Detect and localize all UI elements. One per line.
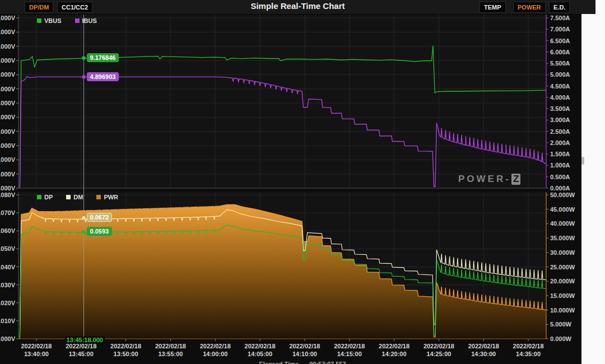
y-axis-tick-label: 7.000A (550, 26, 570, 32)
header-bar: Simple Real-Time Chart DP/DM CC1/CC2 TEM… (0, 0, 595, 15)
elapsed-time-footer: Elapsed Time 00:57:07.557 (254, 361, 350, 364)
elapsed-label: Elapsed Time (259, 361, 299, 364)
powerz-watermark: POWER-Z (458, 174, 520, 185)
y-axis-tick-label: 4.000V (0, 128, 16, 135)
legend-bottom-panel: DPDMPWR (37, 194, 118, 200)
y-axis-tick-label: 1.500A (550, 151, 570, 157)
tab-temp[interactable]: TEMP (480, 2, 506, 13)
y-axis-tick-label: 0.070V (0, 209, 16, 216)
legend-item-dp[interactable]: DP (37, 194, 53, 200)
y-axis-tick-label: 0.000W (550, 335, 572, 342)
cursor-point (82, 56, 85, 59)
legend-item-vbus[interactable]: VBUS (37, 17, 62, 24)
cursor-value-label: 9.176846 (87, 53, 119, 62)
y-axis-tick-label: 0.050V (0, 245, 16, 252)
x-axis-date-label: 2022/02/18 (245, 343, 276, 349)
elapsed-value: 00:57:07.557 (309, 361, 346, 364)
y-axis-tick-label: 9.000V (0, 57, 16, 64)
x-axis-time-label: 14:15:00 (337, 351, 362, 357)
y-axis-tick-label: 2.000A (550, 139, 570, 146)
y-axis-tick-label: 50.000W (550, 192, 575, 198)
y-axis-tick-label: 0.020V (0, 300, 16, 306)
panel-0: 12.000V11.000V10.000V9.000V8.000V7.000V6… (0, 15, 570, 192)
y-axis-tick-label: 5.500A (550, 60, 570, 67)
cursor-time-label: 13:45:18.000 (65, 337, 105, 343)
y-axis-tick-label: 45.000W (550, 206, 575, 213)
legend-label: DP (44, 194, 53, 200)
panel-1: 0.080V0.070V0.060V0.050V0.040V0.030V0.02… (0, 192, 575, 342)
cursor-point (82, 230, 85, 234)
y-axis-tick-label: 0.000V (0, 185, 16, 192)
y-axis-tick-label: 8.000V (0, 71, 16, 78)
y-axis-tick-label: 3.000A (550, 116, 570, 123)
legend-swatch-icon (66, 195, 71, 199)
y-axis-tick-label: 5.000W (550, 321, 572, 328)
y-axis-tick-label: 20.000W (550, 278, 575, 284)
watermark-text: POWER- (458, 174, 511, 184)
cursor-point (82, 216, 85, 220)
legend-label: PWR (104, 194, 118, 200)
y-axis-tick-label: 7.500A (550, 15, 570, 21)
x-axis-date-label: 2022/02/18 (21, 343, 52, 349)
x-axis-date-label: 2022/02/18 (379, 343, 409, 349)
legend-top-panel: VBUSIBUS (37, 17, 97, 24)
tab-cc1cc2[interactable]: CC1/CC2 (57, 2, 92, 13)
y-axis-tick-label: 3.000V (0, 142, 16, 149)
legend-swatch-icon (37, 18, 41, 23)
legend-swatch-icon (96, 195, 101, 199)
y-axis-tick-label: 4.500A (550, 83, 570, 90)
x-axis-date-label: 2022/02/18 (424, 343, 454, 349)
y-axis-tick-label: 25.000W (550, 264, 575, 270)
legend-label: VBUS (44, 17, 62, 24)
x-axis-time-label: 13:45:00 (69, 351, 94, 357)
x-axis-date-label: 2022/02/18 (155, 343, 186, 349)
y-axis-tick-label: 0.030V (0, 282, 16, 288)
watermark-z-icon: Z (511, 174, 520, 185)
cursor-value-label: 4.896903 (87, 72, 119, 81)
x-axis-date-label: 2022/02/18 (289, 343, 320, 349)
x-axis-time-label: 14:00:00 (203, 351, 227, 357)
y-axis-tick-label: 2.500A (550, 128, 570, 135)
y-axis-tick-label: 6.000V (0, 100, 16, 106)
x-axis-date-label: 2022/02/18 (200, 343, 231, 349)
legend-item-ibus[interactable]: IBUS (75, 17, 97, 24)
x-axis-time-label: 14:10:00 (292, 351, 317, 357)
y-axis-tick-label: 40.000W (550, 220, 575, 227)
x-axis-time-label: 13:55:00 (158, 351, 183, 357)
y-axis-tick-label: 2.000V (0, 156, 16, 163)
x-axis-date-label: 2022/02/18 (66, 343, 96, 349)
x-axis-time-label: 14:05:00 (248, 351, 272, 357)
y-axis-tick-label: 0.010V (0, 318, 16, 324)
legend-swatch-icon (75, 18, 80, 23)
cursor-point (82, 75, 85, 78)
y-axis-tick-label: 7.000V (0, 86, 16, 92)
y-axis-tick-label: 5.000V (0, 114, 16, 120)
legend-label: DM (73, 194, 83, 200)
tab-ed[interactable]: E.D. (549, 2, 570, 13)
y-axis-tick-label: 35.000W (550, 235, 575, 241)
x-axis-time-label: 14:20:00 (382, 351, 407, 357)
tab-dpdm[interactable]: DP/DM (25, 2, 53, 13)
y-axis-tick-label: 0.000A (550, 185, 570, 192)
y-axis-tick-label: 1.000V (0, 171, 16, 178)
y-axis-tick-label: 0.000V (0, 335, 16, 342)
y-axis-tick-label: 6.500A (550, 38, 570, 44)
x-axis-time-label: 14:25:00 (426, 351, 451, 357)
legend-item-pwr[interactable]: PWR (96, 194, 118, 200)
cursor-value-label: 0.0672 (87, 213, 113, 222)
app-window: { "header": { "tabs_left": [ {"label":"D… (0, 0, 605, 364)
tab-power[interactable]: POWER (513, 2, 546, 13)
x-axis-date-label: 2022/02/18 (468, 343, 499, 349)
y-axis-tick-label: 3.500A (550, 105, 570, 112)
x-axis-time-label: 13:50:00 (114, 351, 138, 357)
y-axis-tick-label: 0.500A (550, 174, 570, 180)
y-axis-tick-label: 10.000W (550, 307, 575, 314)
y-axis-tick-label: 12.000V (0, 15, 16, 21)
x-axis-time-label: 14:35:00 (516, 351, 541, 357)
cursor-value-label: 0.0593 (87, 227, 113, 236)
legend-swatch-icon (37, 195, 41, 199)
y-axis-tick-label: 15.000W (550, 292, 575, 299)
y-axis-tick-label: 10.000V (0, 43, 16, 50)
legend-item-dm[interactable]: DM (66, 194, 83, 200)
scrollbar-thumb[interactable] (581, 157, 584, 165)
